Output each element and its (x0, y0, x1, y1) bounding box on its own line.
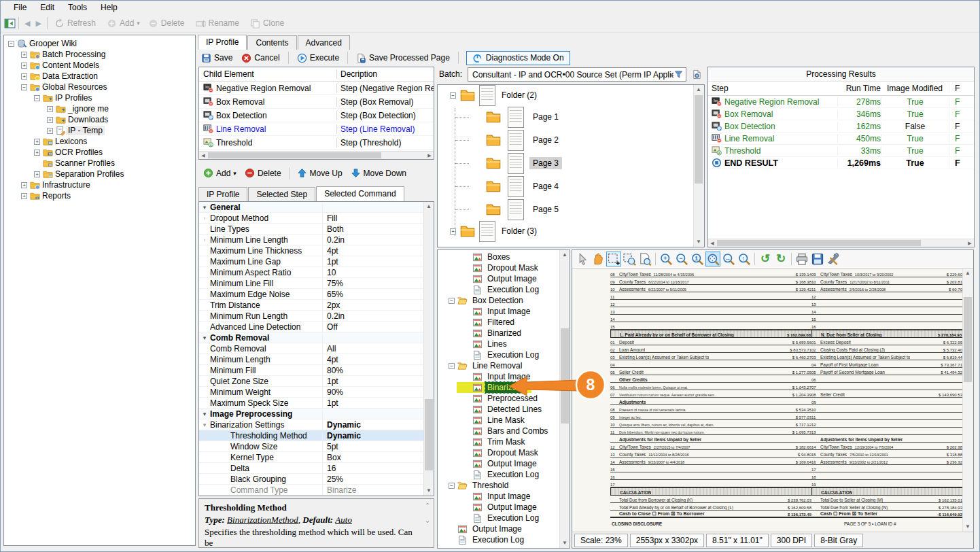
move-up-button[interactable]: Move Up (294, 167, 346, 179)
tree-item[interactable]: − Grooper Wiki (4, 38, 195, 49)
scroll-up-icon[interactable]: ▲ (424, 202, 434, 211)
property-row[interactable]: Thresholding Method Dynamic (199, 430, 423, 441)
tree-item[interactable]: + Batch Processing (4, 49, 195, 60)
property-expander[interactable]: › (199, 215, 210, 222)
diagnostics-tree-item[interactable]: − Line Removal (438, 360, 559, 371)
child-element-row[interactable]: Box Detection Step (Box Detection) (199, 109, 434, 122)
diagnostics-tree-item[interactable]: Output Image (438, 458, 559, 469)
tree-item[interactable]: + _ignore me (4, 103, 195, 114)
tree-expander[interactable]: + (47, 106, 53, 112)
diagnostics-tree-item[interactable]: Filtered (438, 317, 559, 328)
batch-tree-item[interactable]: Page 2 (438, 128, 693, 152)
toolbar-button[interactable]: Rename (192, 16, 246, 31)
diagnostics-tree-item[interactable]: Execution Log (438, 469, 559, 480)
back-icon[interactable]: ◀ (22, 19, 33, 28)
tree-expander[interactable]: − (8, 41, 14, 47)
scroll-down-icon[interactable]: ▼ (963, 522, 973, 532)
type-link[interactable]: BinarizationMethod (227, 515, 298, 525)
tree-expander[interactable]: + (34, 139, 40, 145)
diagnostics-tree-item[interactable]: Bars and Combs (438, 426, 559, 436)
zoom-fit-width-icon[interactable]: ↔ (721, 252, 736, 266)
tree-item[interactable]: Scanner Profiles (4, 158, 195, 169)
toolbar-button[interactable]: Clone (246, 16, 291, 31)
diagnostics-tree-item[interactable]: Input Image (438, 371, 559, 382)
add-step-button[interactable]: Add▾ (200, 167, 240, 179)
diagnostics-tree-item[interactable]: Input Image (438, 306, 559, 317)
batch-tree-item[interactable]: + Folder (3) (438, 221, 693, 241)
print-icon[interactable] (794, 252, 809, 266)
forward-icon[interactable]: ▶ (33, 19, 43, 28)
scrollbar-thumb[interactable] (695, 95, 703, 184)
scroll-up-icon[interactable]: ▲ (963, 269, 973, 278)
property-row[interactable]: Quiet Zone Size 1pt (199, 376, 423, 387)
property-row[interactable]: › Minimum Line Length 0.2in (199, 235, 423, 245)
tree-expander[interactable]: − (450, 92, 456, 99)
property-expander[interactable]: ▾ (199, 334, 210, 341)
child-element-row[interactable]: Threshold Step (Threshold) (199, 136, 434, 150)
property-row[interactable]: Comb Removal All (199, 343, 423, 354)
scroll-up-icon[interactable]: ▲ (694, 85, 703, 94)
property-row[interactable]: Minimum Fill 80% (199, 365, 423, 376)
diagnostics-tree-item[interactable]: Input Image (438, 491, 559, 502)
vertical-scrollbar[interactable]: ▲ ▼ (423, 202, 434, 496)
tree-expander[interactable]: + (21, 73, 27, 80)
property-row[interactable]: ▾ General (199, 202, 423, 213)
batch-selector[interactable]: Consultant - IP and OCR•00 Source Set (P… (468, 67, 686, 82)
diagnostics-tree-item[interactable]: Dropout Mask (438, 447, 559, 458)
property-row[interactable]: Window Size 5pt (199, 441, 423, 452)
scroll-right-icon[interactable]: ▶ (425, 152, 434, 159)
diagnostics-tree-item[interactable]: − Threshold (438, 480, 559, 491)
property-row[interactable]: Kernel Type Box (199, 452, 423, 463)
grid-header[interactable]: Child Element Decription (199, 67, 434, 82)
zoom-in-icon[interactable]: + (659, 252, 673, 266)
diagnostics-mode-button[interactable]: Diagnostics Mode On (466, 51, 570, 65)
vertical-scrollbar[interactable]: ▲ ▼ (559, 250, 570, 548)
zoom-fit-icon[interactable] (705, 252, 720, 266)
rotate-right-icon[interactable]: ↻ (773, 252, 788, 266)
diagnostics-tree-item[interactable]: − Box Detection (438, 295, 559, 306)
save-processed-page-button[interactable]: Save Processed Page (353, 52, 453, 65)
menu-item[interactable]: Tools (62, 1, 93, 14)
scrollbar-thumb[interactable] (425, 399, 433, 470)
tools-icon[interactable] (826, 252, 841, 266)
tree-item[interactable]: + Downloads (4, 114, 195, 125)
property-expander[interactable]: ▾ (199, 411, 210, 417)
tab[interactable]: Selected Command (316, 186, 404, 201)
tree-item[interactable]: + Data Extraction (4, 71, 195, 82)
scrollbar-thumb[interactable] (208, 152, 381, 158)
menu-item[interactable]: File (7, 1, 33, 14)
property-row[interactable]: Advanced Line Detection Off (199, 322, 423, 332)
scroll-left-icon[interactable]: ◀ (708, 239, 716, 247)
tree-expander[interactable]: + (21, 193, 27, 199)
diagnostics-tree-item[interactable]: Trim Mask (438, 436, 559, 447)
tree-item[interactable]: + Lexicons (4, 136, 195, 147)
tab[interactable]: IP Profile (198, 35, 247, 50)
property-row[interactable]: Minimum Line Fill 75% (199, 278, 423, 289)
tree-item[interactable]: − Global Resources (4, 82, 195, 92)
result-row[interactable]: ImNegative Region Removal 278ms True F (708, 96, 974, 108)
result-row[interactable]: Box Removal 346ms True F (708, 108, 974, 120)
property-row[interactable]: Minimum Run Length 0.2in (199, 311, 423, 322)
result-row[interactable]: Line Removal 450ms True F (708, 133, 974, 145)
scrollbar-thumb[interactable] (964, 297, 972, 382)
horizontal-scrollbar[interactable]: ◀ ▶ (708, 239, 974, 247)
tree-item[interactable]: + Reports (4, 190, 195, 201)
property-row[interactable]: Trim Distance 2px (199, 300, 423, 311)
cancel-button[interactable]: Cancel (238, 52, 283, 65)
property-expander[interactable]: ▾ (199, 204, 210, 211)
move-down-button[interactable]: Move Down (347, 167, 410, 179)
execute-button[interactable]: Execute (294, 52, 343, 65)
scroll-down-icon[interactable]: ▼ (694, 237, 703, 247)
result-row[interactable]: Threshold 33ms True F (708, 145, 974, 157)
property-row[interactable]: Delta 16 (199, 463, 423, 474)
tree-expander[interactable]: + (34, 150, 40, 156)
property-row[interactable]: ▾ Image Preprocessing (199, 409, 423, 419)
property-row[interactable]: Line Types Both (199, 224, 423, 235)
hand-icon[interactable] (591, 252, 606, 266)
zoom-actual-icon[interactable]: 1 (690, 252, 705, 266)
batch-tree-item[interactable]: Page 4 (438, 175, 693, 198)
scroll-up-icon[interactable]: ▲ (560, 250, 570, 260)
select-region-icon[interactable] (606, 252, 621, 266)
pointer-icon[interactable] (575, 252, 590, 266)
diagnostics-tree-item[interactable]: Output Image (438, 523, 559, 534)
